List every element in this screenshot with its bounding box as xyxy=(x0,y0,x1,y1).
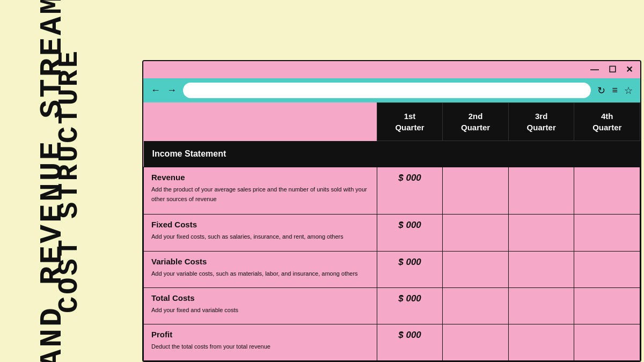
section-header-cell: Income Statement xyxy=(144,141,640,167)
table-row: Fixed Costs Add your fixed costs, such a… xyxy=(144,215,640,251)
header-q3: 3rdQuarter xyxy=(508,103,574,141)
header-q2: 2ndQuarter xyxy=(443,103,509,141)
back-button[interactable]: ← xyxy=(151,85,160,96)
header-empty xyxy=(144,103,377,141)
total-q2[interactable] xyxy=(443,287,509,324)
row-label-cell-total: Total Costs Add your fixed and variable … xyxy=(144,287,377,324)
table-row: Revenue Add the product of your average … xyxy=(144,167,640,215)
maximize-button[interactable]: ☐ xyxy=(609,65,616,74)
header-q1: 1stQuarter xyxy=(377,103,443,141)
menu-icon[interactable]: ≡ xyxy=(612,85,618,96)
total-q3[interactable] xyxy=(508,287,574,324)
row-label-cell-profit: Profit Deduct the total costs from your … xyxy=(144,324,377,360)
close-button[interactable]: ✕ xyxy=(626,65,633,74)
content-area: 1stQuarter 2ndQuarter 3rdQuarter 4thQuar… xyxy=(143,102,640,361)
row-desc-variable: Add your variable costs, such as materia… xyxy=(151,270,358,277)
minimize-button[interactable]: — xyxy=(590,65,599,74)
table-row: Profit Deduct the total costs from your … xyxy=(144,324,640,360)
row-label-total: Total Costs xyxy=(151,293,369,302)
table-row: Total Costs Add your fixed and variable … xyxy=(144,287,640,324)
revenue-q1[interactable]: $ 000 xyxy=(377,167,443,215)
total-q4[interactable] xyxy=(574,287,640,324)
revenue-q2[interactable] xyxy=(443,167,509,215)
search-container: 🔍 xyxy=(183,83,591,98)
star-icon[interactable]: ☆ xyxy=(624,85,633,97)
browser-window: — ☐ ✕ ← → 🔍 ↻ ≡ ☆ 1stQuarter 2ndQuarter xyxy=(142,60,641,362)
variable-q4[interactable] xyxy=(574,251,640,287)
section-header-row: Income Statement xyxy=(144,141,640,167)
header-q4: 4thQuarter xyxy=(574,103,640,141)
sidebar-title-line1-wrap: COST STRUCTURE xyxy=(54,0,86,362)
title-bar: — ☐ ✕ xyxy=(143,61,640,78)
row-desc-revenue: Add the product of your average sales pr… xyxy=(151,186,367,202)
refresh-icon[interactable]: ↻ xyxy=(597,85,605,97)
profit-q4[interactable] xyxy=(574,324,640,360)
profit-q1[interactable]: $ 000 xyxy=(377,324,443,360)
profit-q2[interactable] xyxy=(443,324,509,360)
revenue-q3[interactable] xyxy=(508,167,574,215)
nav-bar: ← → 🔍 ↻ ≡ ☆ xyxy=(143,78,640,102)
row-desc-total: Add your fixed and variable costs xyxy=(151,307,238,313)
row-label-fixed: Fixed Costs xyxy=(151,220,369,229)
row-desc-fixed: Add your fixed costs, such as salaries, … xyxy=(151,233,343,240)
row-desc-profit: Deduct the total costs from your total r… xyxy=(151,343,270,350)
revenue-q4[interactable] xyxy=(574,167,640,215)
table-row: Variable Costs Add your variable costs, … xyxy=(144,251,640,287)
row-label-cell-fixed: Fixed Costs Add your fixed costs, such a… xyxy=(144,215,377,251)
total-q1[interactable]: $ 000 xyxy=(377,287,443,324)
fixed-q4[interactable] xyxy=(574,215,640,251)
row-label-cell-variable: Variable Costs Add your variable costs, … xyxy=(144,251,377,287)
profit-q3[interactable] xyxy=(508,324,574,360)
row-label-variable: Variable Costs xyxy=(151,257,369,266)
row-label-profit: Profit xyxy=(151,330,369,339)
fixed-q2[interactable] xyxy=(443,215,509,251)
variable-q3[interactable] xyxy=(508,251,574,287)
variable-q1[interactable]: $ 000 xyxy=(377,251,443,287)
row-label-cell-revenue: Revenue Add the product of your average … xyxy=(144,167,377,215)
table-header-row: 1stQuarter 2ndQuarter 3rdQuarter 4thQuar… xyxy=(144,103,640,141)
forward-button[interactable]: → xyxy=(167,85,177,96)
variable-q2[interactable] xyxy=(443,251,509,287)
sidebar-line1-text: COST STRUCTURE xyxy=(56,49,84,313)
row-label-revenue: Revenue xyxy=(151,173,369,182)
fixed-q1[interactable]: $ 000 xyxy=(377,215,443,251)
fixed-q3[interactable] xyxy=(508,215,574,251)
income-table: 1stQuarter 2ndQuarter 3rdQuarter 4thQuar… xyxy=(143,102,640,361)
search-input[interactable] xyxy=(183,83,591,98)
